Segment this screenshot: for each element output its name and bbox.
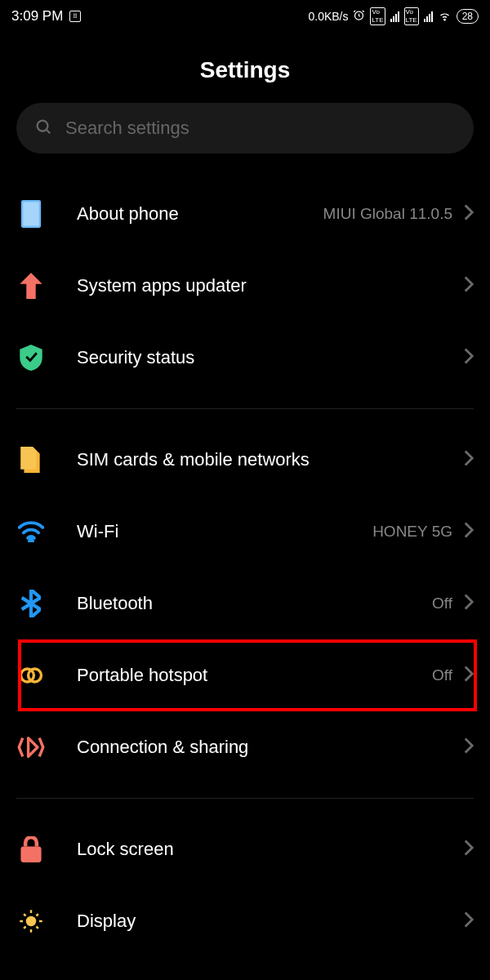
row-label: Portable hotspot	[77, 665, 432, 686]
row-system-apps-updater[interactable]: System apps updater	[0, 250, 490, 322]
lock-icon	[16, 835, 46, 864]
svg-point-2	[38, 121, 48, 131]
shield-check-icon	[16, 343, 46, 372]
keyboard-icon: ⠿	[69, 11, 81, 22]
svg-point-9	[26, 916, 37, 927]
row-value: MIUI Global 11.0.5	[323, 205, 452, 223]
brightness-icon	[16, 906, 46, 936]
row-value: HONEY 5G	[372, 523, 452, 541]
svg-line-16	[24, 927, 25, 929]
chevron-right-icon	[464, 840, 474, 859]
chevron-right-icon	[464, 204, 474, 224]
signal-icon-2	[424, 11, 433, 22]
row-lock-screen[interactable]: Lock screen	[0, 813, 490, 885]
chevron-right-icon	[464, 666, 474, 685]
volte-icon-2: VoLTE	[404, 7, 419, 25]
row-about-phone[interactable]: About phone MIUI Global 11.0.5	[0, 178, 490, 250]
divider	[16, 408, 474, 409]
wifi-status-icon	[438, 8, 452, 24]
row-sim-cards[interactable]: SIM cards & mobile networks	[0, 424, 490, 496]
row-label: Connection & sharing	[77, 737, 464, 758]
row-label: SIM cards & mobile networks	[77, 449, 464, 470]
connection-icon	[16, 733, 46, 762]
row-label: Display	[77, 911, 464, 932]
row-label: About phone	[77, 203, 323, 225]
status-time: 3:09 PM	[11, 8, 63, 24]
row-label: Lock screen	[77, 839, 464, 860]
row-display[interactable]: Display	[0, 885, 490, 936]
wifi-icon	[16, 517, 46, 546]
svg-point-1	[443, 19, 444, 20]
svg-rect-4	[23, 202, 38, 225]
svg-line-17	[37, 914, 38, 915]
update-arrow-icon	[16, 271, 46, 301]
row-value: Off	[432, 666, 452, 684]
svg-point-5	[29, 540, 33, 542]
row-security-status[interactable]: Security status	[0, 322, 490, 394]
svg-rect-8	[20, 847, 41, 862]
bluetooth-icon	[16, 589, 46, 618]
search-input[interactable]	[65, 118, 456, 139]
row-connection-sharing[interactable]: Connection & sharing	[0, 711, 490, 783]
status-data-rate: 0.0KB/s	[308, 10, 348, 23]
page-title: Settings	[0, 57, 490, 83]
svg-line-14	[24, 914, 25, 915]
phone-icon	[16, 199, 46, 229]
row-wifi[interactable]: Wi-Fi HONEY 5G	[0, 496, 490, 568]
signal-icon-1	[390, 11, 399, 22]
row-portable-hotspot[interactable]: Portable hotspot Off	[0, 639, 490, 711]
alarm-icon	[353, 9, 365, 24]
chevron-right-icon	[464, 594, 474, 613]
sim-card-icon	[16, 445, 46, 474]
search-bar[interactable]	[16, 103, 474, 154]
chevron-right-icon	[464, 276, 474, 296]
chevron-right-icon	[464, 911, 474, 931]
row-label: Wi-Fi	[77, 521, 372, 542]
chevron-right-icon	[464, 522, 474, 541]
row-value: Off	[432, 595, 452, 612]
row-bluetooth[interactable]: Bluetooth Off	[0, 568, 490, 639]
status-bar: 3:09 PM ⠿ 0.0KB/s VoLTE VoLTE 28	[0, 0, 490, 33]
chevron-right-icon	[464, 450, 474, 470]
battery-icon: 28	[457, 9, 479, 24]
chevron-right-icon	[464, 348, 474, 368]
hotspot-icon	[16, 661, 46, 690]
volte-icon-1: VoLTE	[370, 7, 385, 25]
divider	[16, 798, 474, 799]
search-icon	[34, 118, 52, 139]
row-label: Bluetooth	[77, 593, 432, 614]
row-label: Security status	[77, 347, 464, 368]
chevron-right-icon	[464, 737, 474, 757]
svg-line-15	[37, 927, 38, 929]
row-label: System apps updater	[77, 275, 464, 296]
